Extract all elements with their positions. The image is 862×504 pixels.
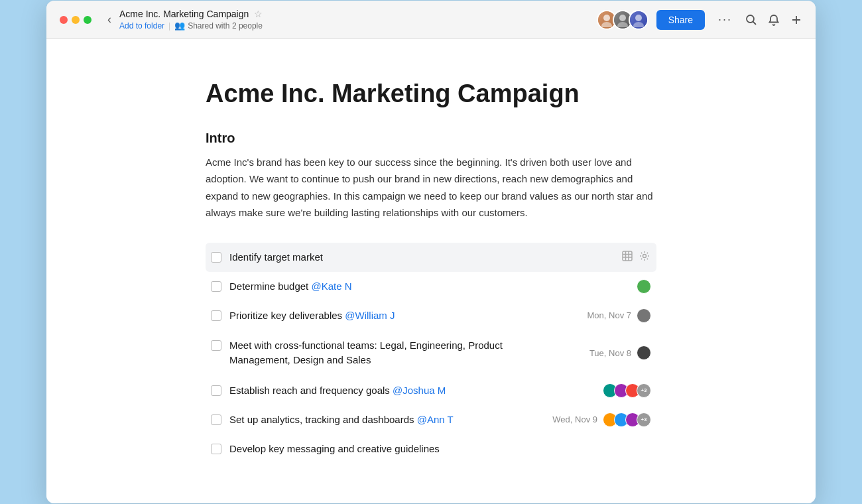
task-mention: @Ann T	[417, 414, 454, 425]
collaborator-avatars[interactable]	[597, 10, 648, 30]
assignee-avatar	[637, 279, 651, 294]
task-meta-3: Mon, Nov 7	[587, 308, 651, 323]
task-checkbox-3[interactable]	[211, 310, 221, 321]
toolbar-icons	[745, 14, 802, 26]
svg-point-3	[617, 22, 628, 27]
traffic-lights	[60, 16, 92, 24]
task-item: Establish reach and frequency goals @Jos…	[206, 376, 656, 405]
header-right: Share ···	[597, 10, 802, 30]
task-mention: @Joshua M	[393, 385, 446, 396]
task-assignees-4	[637, 346, 651, 360]
task-item: Meet with cross-functional teams: Legal,…	[206, 330, 656, 376]
avatar-user-3[interactable]	[629, 10, 648, 30]
task-text-7: Develop key messaging and creative guide…	[229, 442, 651, 457]
task-meta-2	[637, 279, 651, 294]
assignee-count: +3	[637, 383, 651, 398]
people-icon: 👥	[174, 21, 185, 31]
notifications-button[interactable]	[768, 14, 780, 26]
search-button[interactable]	[745, 14, 757, 26]
task-date-4: Tue, Nov 8	[589, 348, 631, 358]
task-text-4: Meet with cross-functional teams: Legal,…	[229, 338, 582, 368]
titlebar: ‹ Acme Inc. Marketing Campaign ☆ Add to …	[46, 1, 816, 39]
svg-line-7	[753, 21, 757, 25]
intro-heading: Intro	[206, 131, 656, 146]
task-checkbox-4[interactable]	[211, 340, 221, 351]
task-icons-1	[621, 249, 651, 265]
task-item: Develop key messaging and creative guide…	[206, 434, 656, 464]
assignee-count: +3	[637, 412, 651, 427]
task-assignees-2	[637, 279, 651, 294]
document-title: Acme Inc. Marketing Campaign	[206, 79, 656, 109]
doc-title: Acme Inc. Marketing Campaign	[119, 9, 249, 19]
task-checkbox-5[interactable]	[211, 385, 221, 396]
svg-rect-10	[623, 251, 632, 261]
task-mention: @William J	[345, 310, 395, 321]
maximize-button[interactable]	[84, 16, 92, 24]
task-checkbox-6[interactable]	[211, 414, 221, 425]
doc-title-row: Acme Inc. Marketing Campaign ☆	[119, 9, 597, 19]
task-date-6: Wed, Nov 9	[552, 414, 597, 424]
app-window: ‹ Acme Inc. Marketing Campaign ☆ Add to …	[46, 1, 816, 503]
task-meta-6: Wed, Nov 9 +3	[552, 412, 651, 427]
task-assignees-5: +3	[603, 383, 651, 398]
task-date-3: Mon, Nov 7	[587, 310, 631, 320]
close-button[interactable]	[60, 16, 68, 24]
shared-text: Shared with 2 people	[188, 21, 263, 31]
svg-point-5	[633, 22, 644, 27]
intro-text: Acme Inc's brand has been key to our suc…	[206, 154, 656, 221]
task-item: Set up analytics, tracking and dashboard…	[206, 405, 656, 434]
task-assignees-6: +3	[603, 412, 651, 427]
task-text-3: Prioritize key deliverables @William J	[229, 308, 580, 324]
task-text-5: Establish reach and frequency goals @Jos…	[229, 383, 595, 399]
document-info: Acme Inc. Marketing Campaign ☆ Add to fo…	[119, 9, 597, 31]
assignee-avatar	[637, 346, 651, 360]
svg-point-1	[601, 22, 612, 27]
task-text-6: Set up analytics, tracking and dashboard…	[229, 412, 544, 428]
svg-point-2	[619, 15, 626, 21]
task-assignees-3	[637, 308, 651, 323]
task-mention: @Kate N	[311, 281, 351, 292]
svg-point-4	[635, 15, 642, 21]
task-checkbox-1[interactable]	[211, 252, 221, 263]
doc-meta-row: Add to folder | 👥 Shared with 2 people	[119, 21, 597, 31]
content-area: Acme Inc. Marketing Campaign Intro Acme …	[46, 39, 816, 503]
task-item: Determine budget @Kate N	[206, 272, 656, 301]
settings-icon[interactable]	[638, 249, 651, 265]
svg-point-0	[603, 15, 610, 21]
svg-point-6	[747, 15, 754, 23]
separator: |	[168, 21, 170, 31]
shared-info: 👥 Shared with 2 people	[174, 21, 263, 31]
task-meta-4: Tue, Nov 8	[589, 346, 651, 360]
task-checkbox-7[interactable]	[211, 444, 221, 454]
more-options-button[interactable]: ···	[713, 10, 737, 29]
table-icon[interactable]	[621, 249, 634, 265]
assignee-avatar	[637, 308, 651, 323]
chevron-left-icon: ‹	[107, 13, 111, 27]
task-list: Identify target market	[206, 243, 656, 464]
task-item: Identify target market	[206, 243, 656, 272]
svg-point-15	[643, 255, 646, 258]
task-text-2: Determine budget @Kate N	[229, 279, 629, 294]
task-checkbox-2[interactable]	[211, 281, 221, 292]
ellipsis-icon: ···	[718, 13, 732, 26]
share-button[interactable]: Share	[656, 10, 705, 30]
add-button[interactable]	[790, 14, 802, 26]
doc-content: Acme Inc. Marketing Campaign Intro Acme …	[179, 39, 683, 503]
task-text-1: Identify target market	[229, 250, 613, 265]
add-to-folder-link[interactable]: Add to folder	[119, 21, 164, 31]
task-item: Prioritize key deliverables @William J M…	[206, 301, 656, 330]
back-button[interactable]: ‹	[105, 10, 117, 29]
star-icon[interactable]: ☆	[254, 9, 263, 19]
minimize-button[interactable]	[72, 16, 80, 24]
task-meta-5: +3	[603, 383, 651, 398]
